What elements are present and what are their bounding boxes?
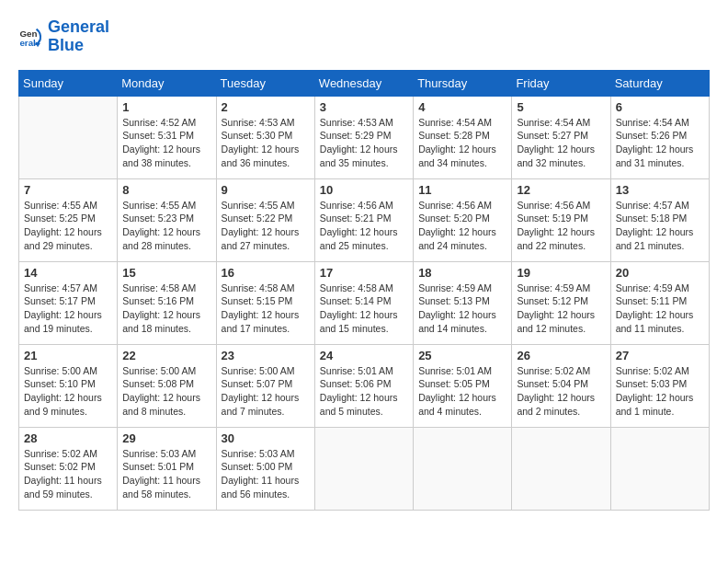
- calendar-cell: 6Sunrise: 4:54 AMSunset: 5:26 PMDaylight…: [610, 96, 709, 178]
- day-number: 13: [616, 183, 704, 197]
- calendar-header: SundayMondayTuesdayWednesdayThursdayFrid…: [19, 70, 710, 96]
- page-header: Gen eral GeneralBlue: [18, 18, 710, 55]
- logo-icon: Gen eral: [18, 24, 44, 50]
- day-info: Sunrise: 4:55 AMSunset: 5:22 PMDaylight:…: [222, 199, 310, 253]
- calendar-cell: 7Sunrise: 4:55 AMSunset: 5:25 PMDaylight…: [19, 178, 118, 261]
- day-number: 12: [517, 183, 605, 197]
- day-info: Sunrise: 4:57 AMSunset: 5:17 PMDaylight:…: [24, 282, 112, 336]
- day-number: 23: [222, 349, 310, 362]
- weekday-header-cell: Tuesday: [216, 70, 314, 96]
- calendar-cell: [512, 427, 610, 510]
- day-info: Sunrise: 4:59 AMSunset: 5:12 PMDaylight:…: [517, 282, 605, 336]
- day-info: Sunrise: 4:55 AMSunset: 5:25 PMDaylight:…: [24, 199, 112, 253]
- day-info: Sunrise: 4:56 AMSunset: 5:20 PMDaylight:…: [418, 199, 506, 253]
- calendar-cell: 21Sunrise: 5:00 AMSunset: 5:10 PMDayligh…: [19, 344, 118, 427]
- day-number: 27: [616, 349, 704, 362]
- day-info: Sunrise: 4:58 AMSunset: 5:15 PMDaylight:…: [222, 282, 310, 336]
- calendar-week-row: 21Sunrise: 5:00 AMSunset: 5:10 PMDayligh…: [19, 344, 710, 427]
- calendar-cell: 29Sunrise: 5:03 AMSunset: 5:01 PMDayligh…: [118, 427, 216, 510]
- day-info: Sunrise: 4:52 AMSunset: 5:31 PMDaylight:…: [122, 116, 210, 170]
- day-info: Sunrise: 5:01 AMSunset: 5:06 PMDaylight:…: [320, 364, 408, 419]
- day-number: 28: [24, 431, 112, 445]
- day-number: 30: [222, 431, 310, 445]
- day-number: 2: [222, 100, 310, 114]
- day-info: Sunrise: 5:00 AMSunset: 5:10 PMDaylight:…: [24, 364, 112, 419]
- calendar-cell: 8Sunrise: 4:55 AMSunset: 5:23 PMDaylight…: [118, 178, 216, 261]
- day-number: 16: [222, 266, 310, 280]
- calendar-cell: 16Sunrise: 4:58 AMSunset: 5:15 PMDayligh…: [216, 261, 314, 344]
- calendar-cell: 17Sunrise: 4:58 AMSunset: 5:14 PMDayligh…: [314, 261, 413, 344]
- day-number: 8: [122, 183, 210, 197]
- day-number: 3: [320, 100, 408, 114]
- day-info: Sunrise: 4:54 AMSunset: 5:27 PMDaylight:…: [517, 116, 605, 170]
- day-info: Sunrise: 4:54 AMSunset: 5:26 PMDaylight:…: [616, 116, 704, 170]
- weekday-header-cell: Wednesday: [314, 70, 413, 96]
- day-info: Sunrise: 5:01 AMSunset: 5:05 PMDaylight:…: [418, 364, 506, 419]
- day-info: Sunrise: 5:02 AMSunset: 5:02 PMDaylight:…: [24, 447, 112, 501]
- day-number: 5: [517, 100, 605, 114]
- calendar-cell: 9Sunrise: 4:55 AMSunset: 5:22 PMDaylight…: [216, 178, 314, 261]
- calendar-cell: 4Sunrise: 4:54 AMSunset: 5:28 PMDaylight…: [414, 96, 512, 178]
- calendar-cell: 20Sunrise: 4:59 AMSunset: 5:11 PMDayligh…: [610, 261, 709, 344]
- day-number: 24: [320, 349, 408, 362]
- day-number: 1: [122, 100, 210, 114]
- calendar-cell: 10Sunrise: 4:56 AMSunset: 5:21 PMDayligh…: [314, 178, 413, 261]
- day-number: 19: [517, 266, 605, 280]
- calendar-cell: 25Sunrise: 5:01 AMSunset: 5:05 PMDayligh…: [414, 344, 512, 427]
- calendar-cell: 5Sunrise: 4:54 AMSunset: 5:27 PMDaylight…: [512, 96, 610, 178]
- weekday-header-cell: Thursday: [414, 70, 512, 96]
- calendar-cell: 28Sunrise: 5:02 AMSunset: 5:02 PMDayligh…: [19, 427, 118, 510]
- calendar-week-row: 28Sunrise: 5:02 AMSunset: 5:02 PMDayligh…: [19, 427, 710, 510]
- day-info: Sunrise: 5:00 AMSunset: 5:08 PMDaylight:…: [122, 364, 210, 419]
- calendar-cell: [414, 427, 512, 510]
- calendar-week-row: 14Sunrise: 4:57 AMSunset: 5:17 PMDayligh…: [19, 261, 710, 344]
- day-info: Sunrise: 4:58 AMSunset: 5:16 PMDaylight:…: [122, 282, 210, 336]
- svg-text:eral: eral: [19, 38, 36, 48]
- logo-text: GeneralBlue: [48, 18, 109, 55]
- day-info: Sunrise: 4:56 AMSunset: 5:19 PMDaylight:…: [517, 199, 605, 253]
- day-info: Sunrise: 4:57 AMSunset: 5:18 PMDaylight:…: [616, 199, 704, 253]
- calendar-cell: 30Sunrise: 5:03 AMSunset: 5:00 PMDayligh…: [216, 427, 314, 510]
- weekday-header-cell: Sunday: [19, 70, 118, 96]
- day-info: Sunrise: 4:56 AMSunset: 5:21 PMDaylight:…: [320, 199, 408, 253]
- logo: Gen eral GeneralBlue: [18, 18, 109, 55]
- calendar-cell: [610, 427, 709, 510]
- calendar-cell: 18Sunrise: 4:59 AMSunset: 5:13 PMDayligh…: [414, 261, 512, 344]
- calendar-cell: [314, 427, 413, 510]
- day-number: 9: [222, 183, 310, 197]
- day-info: Sunrise: 5:02 AMSunset: 5:03 PMDaylight:…: [616, 364, 704, 419]
- day-number: 7: [24, 183, 112, 197]
- calendar-cell: 27Sunrise: 5:02 AMSunset: 5:03 PMDayligh…: [610, 344, 709, 427]
- calendar-cell: 2Sunrise: 4:53 AMSunset: 5:30 PMDaylight…: [216, 96, 314, 178]
- weekday-header-cell: Saturday: [610, 70, 709, 96]
- day-info: Sunrise: 5:03 AMSunset: 5:01 PMDaylight:…: [122, 447, 210, 501]
- day-number: 18: [418, 266, 506, 280]
- day-number: 14: [24, 266, 112, 280]
- calendar-cell: 13Sunrise: 4:57 AMSunset: 5:18 PMDayligh…: [610, 178, 709, 261]
- day-number: 10: [320, 183, 408, 197]
- calendar-cell: 11Sunrise: 4:56 AMSunset: 5:20 PMDayligh…: [414, 178, 512, 261]
- day-number: 21: [24, 349, 112, 362]
- day-info: Sunrise: 5:03 AMSunset: 5:00 PMDaylight:…: [222, 447, 310, 501]
- day-info: Sunrise: 5:02 AMSunset: 5:04 PMDaylight:…: [517, 364, 605, 419]
- day-info: Sunrise: 4:54 AMSunset: 5:28 PMDaylight:…: [418, 116, 506, 170]
- day-number: 11: [418, 183, 506, 197]
- day-info: Sunrise: 4:53 AMSunset: 5:29 PMDaylight:…: [320, 116, 408, 170]
- weekday-header-cell: Monday: [118, 70, 216, 96]
- calendar-table: SundayMondayTuesdayWednesdayThursdayFrid…: [18, 70, 710, 511]
- calendar-week-row: 1Sunrise: 4:52 AMSunset: 5:31 PMDaylight…: [19, 96, 710, 178]
- day-info: Sunrise: 4:59 AMSunset: 5:13 PMDaylight:…: [418, 282, 506, 336]
- day-number: 17: [320, 266, 408, 280]
- calendar-body: 1Sunrise: 4:52 AMSunset: 5:31 PMDaylight…: [19, 96, 710, 510]
- day-info: Sunrise: 4:59 AMSunset: 5:11 PMDaylight:…: [616, 282, 704, 336]
- calendar-cell: 23Sunrise: 5:00 AMSunset: 5:07 PMDayligh…: [216, 344, 314, 427]
- day-number: 25: [418, 349, 506, 362]
- calendar-cell: 24Sunrise: 5:01 AMSunset: 5:06 PMDayligh…: [314, 344, 413, 427]
- calendar-cell: 14Sunrise: 4:57 AMSunset: 5:17 PMDayligh…: [19, 261, 118, 344]
- day-number: 6: [616, 100, 704, 114]
- weekday-header-row: SundayMondayTuesdayWednesdayThursdayFrid…: [19, 70, 710, 96]
- day-number: 4: [418, 100, 506, 114]
- calendar-cell: 19Sunrise: 4:59 AMSunset: 5:12 PMDayligh…: [512, 261, 610, 344]
- calendar-cell: 15Sunrise: 4:58 AMSunset: 5:16 PMDayligh…: [118, 261, 216, 344]
- day-number: 22: [122, 349, 210, 362]
